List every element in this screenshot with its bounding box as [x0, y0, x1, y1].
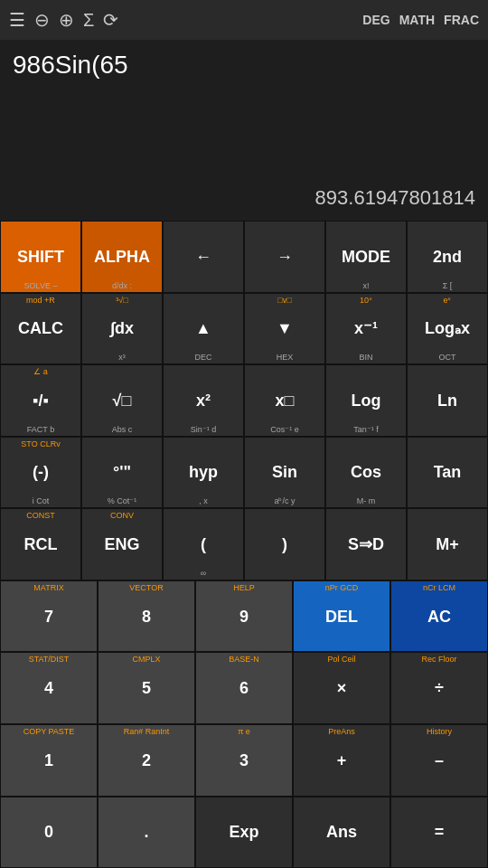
button-row-row6: MATRIX7VECTOR8HELP9nPr GCDDELnCr LCMAC — [0, 580, 488, 653]
btn-up[interactable]: ▲DEC — [163, 293, 244, 365]
btn-2nd-sub-label: Σ [ — [408, 281, 487, 290]
mode-math[interactable]: MATH — [399, 13, 435, 27]
refresh-icon[interactable]: ⟳ — [103, 9, 118, 31]
btn-left-main-label: ← — [195, 249, 211, 265]
btn-frac-sub-label: FACT b — [1, 425, 80, 434]
minus-icon[interactable]: ⊖ — [34, 9, 50, 31]
btn-neg[interactable]: STO CLRv(-)i Cot — [0, 437, 81, 509]
btn-3[interactable]: π e3 — [195, 724, 293, 797]
btn-dot-main-label: . — [144, 824, 148, 840]
btn-frac[interactable]: ∠ a▪/▪FACT b — [0, 364, 81, 437]
btn-minus-main-label: – — [435, 752, 444, 769]
display: 986Sin(65 893.61947801814 — [0, 40, 488, 221]
menu-icon[interactable]: ☰ — [9, 9, 25, 31]
button-row-row8: COPY PASTE1Ran# RanInt2π e3PreAns+Histor… — [0, 724, 488, 797]
btn-6[interactable]: BASE-N6 — [195, 652, 293, 724]
btn-down-main-label: ▼ — [277, 320, 293, 336]
btn-2[interactable]: Ran# RanInt2 — [98, 724, 195, 797]
btn-0[interactable]: 0 — [0, 797, 98, 869]
mode-frac[interactable]: FRAC — [444, 13, 479, 27]
btn-6-main-label: 6 — [239, 680, 249, 696]
btn-mul[interactable]: Pol Ceil× — [293, 652, 390, 724]
btn-plus-alt-label: PreAns — [294, 727, 389, 736]
btn-eng[interactable]: CONVENG — [81, 508, 163, 580]
btn-calc-alt-label: mod +R — [1, 296, 80, 305]
btn-dot[interactable]: . — [98, 797, 195, 869]
btn-8-alt-label: VECTOR — [99, 583, 194, 592]
btn-down[interactable]: □v□▼HEX — [244, 293, 325, 365]
btn-tan-main-label: Tan — [434, 464, 462, 480]
btn-calc[interactable]: mod +RCALC — [0, 293, 81, 365]
btn-sin-sub-label: aᵇ/c y — [245, 496, 324, 505]
btn-3-alt-label: π e — [196, 727, 292, 736]
btn-div-main-label: ÷ — [435, 680, 444, 696]
btn-6-alt-label: BASE-N — [196, 655, 292, 664]
btn-del[interactable]: nPr GCDDEL — [293, 580, 390, 653]
btn-loga[interactable]: eˣLogₐxOCT — [407, 293, 488, 365]
mode-deg[interactable]: DEG — [362, 13, 389, 27]
btn-minus[interactable]: History– — [390, 724, 488, 797]
btn-mode[interactable]: MODEx! — [325, 221, 407, 293]
btn-left[interactable]: ← — [163, 221, 244, 293]
btn-3-main-label: 3 — [239, 752, 249, 769]
btn-mplus[interactable]: M+ — [407, 508, 488, 580]
btn-sqrt-sub-label: Abs c — [82, 425, 162, 434]
btn-cos[interactable]: CosM- m — [325, 437, 407, 509]
btn-integral-sub-label: x³ — [82, 353, 162, 362]
btn-log-main-label: Log — [352, 392, 381, 409]
btn-xsq[interactable]: x²Sin⁻¹ d — [163, 364, 244, 437]
btn-7-alt-label: MATRIX — [1, 583, 97, 592]
btn-alpha[interactable]: ALPHAd/dx : — [81, 221, 163, 293]
btn-rparen[interactable]: ) — [244, 508, 325, 580]
btn-del-alt-label: nPr GCD — [294, 583, 389, 592]
btn-sqrt[interactable]: √□Abs c — [81, 364, 163, 437]
btn-mul-main-label: × — [337, 680, 347, 696]
btn-eng-main-label: ENG — [104, 536, 139, 552]
btn-xinv[interactable]: 10ˣx⁻¹BIN — [325, 293, 407, 365]
btn-mode-sub-label: x! — [326, 281, 406, 290]
btn-right[interactable]: → — [244, 221, 325, 293]
btn-lparen[interactable]: (∞ — [163, 508, 244, 580]
btn-rcl[interactable]: CONSTRCL — [0, 508, 81, 580]
btn-7-main-label: 7 — [44, 609, 53, 625]
btn-sin[interactable]: Sinaᵇ/c y — [244, 437, 325, 509]
btn-ac-main-label: AC — [427, 609, 451, 625]
btn-eq[interactable]: = — [390, 797, 488, 869]
btn-xpow[interactable]: x□Cos⁻¹ e — [244, 364, 325, 437]
btn-2nd[interactable]: 2ndΣ [ — [407, 221, 488, 293]
btn-5[interactable]: CMPLX5 — [98, 652, 195, 724]
btn-1[interactable]: COPY PASTE1 — [0, 724, 98, 797]
btn-8[interactable]: VECTOR8 — [98, 580, 195, 653]
btn-deg[interactable]: °'"% Cot⁻¹ — [81, 437, 163, 509]
btn-xinv-main-label: x⁻¹ — [354, 320, 378, 336]
btn-right-main-label: → — [277, 249, 293, 265]
btn-xinv-alt-label: 10ˣ — [326, 296, 406, 305]
btn-log[interactable]: LogTan⁻¹ f — [325, 364, 407, 437]
sigma-icon[interactable]: Σ — [83, 10, 94, 31]
btn-0-main-label: 0 — [44, 824, 53, 840]
btn-1-alt-label: COPY PASTE — [1, 727, 97, 736]
btn-div[interactable]: Rec Floor÷ — [390, 652, 488, 724]
button-row-row4: STO CLRv(-)i Cot°'"% Cot⁻¹hyp, xSinaᵇ/c … — [0, 437, 488, 509]
btn-tan[interactable]: Tan — [407, 437, 488, 509]
btn-exp[interactable]: Exp — [195, 797, 293, 869]
btn-9[interactable]: HELP9 — [195, 580, 293, 653]
btn-plus[interactable]: PreAns+ — [293, 724, 390, 797]
btn-integral[interactable]: ³√□∫dxx³ — [81, 293, 163, 365]
btn-ln[interactable]: Ln — [407, 364, 488, 437]
btn-7[interactable]: MATRIX7 — [0, 580, 98, 653]
btn-hyp[interactable]: hyp, x — [163, 437, 244, 509]
btn-shift[interactable]: SHIFTSOLVE – — [0, 221, 81, 293]
btn-mode-main-label: MODE — [342, 249, 390, 265]
btn-xsq-sub-label: Sin⁻¹ d — [164, 425, 243, 434]
btn-ln-main-label: Ln — [437, 392, 457, 409]
plus-icon[interactable]: ⊕ — [59, 9, 74, 31]
btn-sdd[interactable]: S⇒D — [325, 508, 407, 580]
btn-ans[interactable]: Ans — [293, 797, 390, 869]
btn-xsq-main-label: x² — [196, 392, 211, 409]
btn-4[interactable]: STAT/DIST4 — [0, 652, 98, 724]
top-bar: ☰ ⊖ ⊕ Σ ⟳ DEG MATH FRAC — [0, 0, 488, 40]
btn-ac[interactable]: nCr LCMAC — [390, 580, 488, 653]
btn-frac-alt-label: ∠ a — [1, 367, 80, 376]
btn-hyp-main-label: hyp — [189, 464, 218, 480]
